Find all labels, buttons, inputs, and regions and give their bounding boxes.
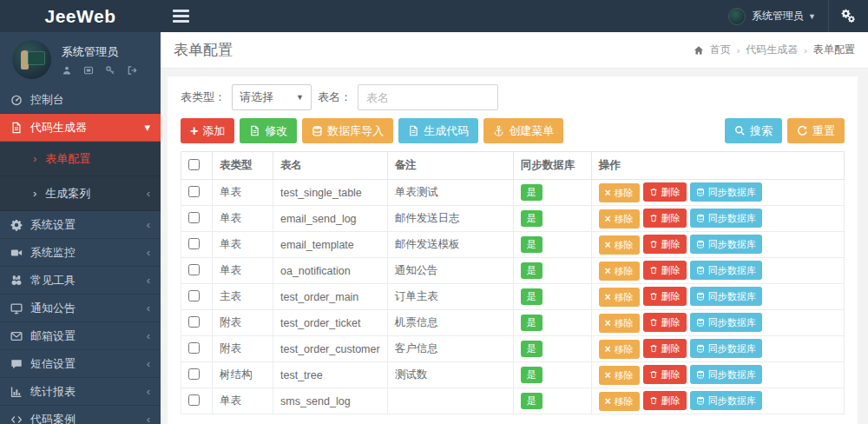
generate-code-button[interactable]: 生成代码 xyxy=(398,118,478,143)
settings-cogs-icon[interactable] xyxy=(841,9,856,23)
delete-button[interactable]: 删除 xyxy=(643,182,687,202)
logout-icon[interactable] xyxy=(127,65,137,76)
remove-button[interactable]: × 移除 xyxy=(599,392,640,411)
dashboard-icon xyxy=(10,94,23,106)
file-icon xyxy=(408,125,419,136)
sync-database-button[interactable]: 同步数据库 xyxy=(690,339,762,358)
delete-button[interactable]: 删除 xyxy=(643,209,687,228)
row-checkbox[interactable] xyxy=(188,264,200,275)
user-icon[interactable] xyxy=(62,65,72,76)
anchor-icon xyxy=(493,125,504,136)
edit-button[interactable]: 修改 xyxy=(240,118,297,143)
sync-database-button[interactable]: 同步数据库 xyxy=(690,182,762,202)
sidebar-item-notices[interactable]: 通知公告 ‹ xyxy=(0,295,161,322)
cell-remark: 邮件发送日志 xyxy=(387,206,513,232)
db-import-button[interactable]: 数据库导入 xyxy=(302,118,393,143)
delete-button[interactable]: 删除 xyxy=(643,339,687,358)
topbar: 系统管理员 ▼ xyxy=(161,0,868,32)
delete-button[interactable]: 删除 xyxy=(643,287,687,306)
delete-button[interactable]: 删除 xyxy=(643,235,687,254)
select-all-checkbox[interactable] xyxy=(188,159,200,170)
sync-database-button[interactable]: 同步数据库 xyxy=(690,235,762,254)
sync-database-button[interactable]: 同步数据库 xyxy=(690,365,762,384)
sidebar-item-code-generator[interactable]: 代码生成器 ▾ xyxy=(0,114,161,142)
topbar-avatar[interactable] xyxy=(728,8,746,25)
sidebar-item-dashboard[interactable]: 控制台 xyxy=(0,86,161,114)
topbar-user-menu[interactable]: 系统管理员 ▼ xyxy=(752,9,816,23)
sidebar-item-system-settings[interactable]: 系统设置 ‹ xyxy=(0,211,161,239)
remove-button[interactable]: × 移除 xyxy=(599,262,640,281)
sidebar-item-reports[interactable]: 统计报表 ‹ xyxy=(0,378,161,406)
row-checkbox[interactable] xyxy=(188,186,200,197)
chevron-left-icon: ‹ xyxy=(147,358,150,369)
table-type-label: 表类型： xyxy=(181,89,226,105)
sidebar-item-sms-settings[interactable]: 短信设置 ‹ xyxy=(0,350,161,378)
sidebar-item-mail-settings[interactable]: 邮箱设置 ‹ xyxy=(0,322,161,350)
message-icon[interactable] xyxy=(83,65,94,76)
x-icon: × xyxy=(605,266,611,276)
cell-table-name: test_order_main xyxy=(273,284,388,310)
sidebar-item-code-examples[interactable]: 代码案例 ‹ xyxy=(0,406,161,424)
sidebar-item-system-monitor[interactable]: 系统监控 ‹ xyxy=(0,239,161,267)
row-checkbox[interactable] xyxy=(188,212,200,223)
sync-database-button[interactable]: 同步数据库 xyxy=(690,261,762,280)
sidebar-user-panel: 系统管理员 xyxy=(0,32,161,86)
x-icon: × xyxy=(605,188,611,198)
cell-remark: 订单主表 xyxy=(387,284,513,310)
sync-database-button[interactable]: 同步数据库 xyxy=(690,313,762,332)
cell-table-type: 单表 xyxy=(213,258,273,284)
sync-database-button[interactable]: 同步数据库 xyxy=(690,287,762,306)
delete-button[interactable]: 删除 xyxy=(643,313,687,332)
remove-button[interactable]: × 移除 xyxy=(599,235,640,255)
header-table-name: 表名 xyxy=(273,152,388,180)
row-checkbox[interactable] xyxy=(188,368,200,380)
table-name-label: 表名： xyxy=(318,89,352,105)
cell-remark: 邮件发送模板 xyxy=(387,232,513,258)
row-checkbox[interactable] xyxy=(188,238,200,249)
table-name-input[interactable] xyxy=(358,84,498,110)
delete-button[interactable]: 删除 xyxy=(643,391,687,410)
sync-database-button[interactable]: 同步数据库 xyxy=(690,391,762,410)
table-row: 树结构 test_tree 测试数 是 × 移除 删除 同步数据库 xyxy=(181,362,845,388)
remove-button[interactable]: × 移除 xyxy=(599,209,640,229)
key-icon[interactable] xyxy=(105,65,115,76)
remove-button[interactable]: × 移除 xyxy=(599,340,640,359)
create-menu-button[interactable]: 创建菜单 xyxy=(483,118,563,143)
page-title: 表单配置 xyxy=(174,40,233,60)
video-camera-icon xyxy=(10,247,23,259)
table-header-row: 表类型 表名 备注 同步数据库 操作 xyxy=(181,152,845,180)
row-checkbox[interactable] xyxy=(188,394,200,406)
reset-button[interactable]: 重置 xyxy=(787,118,845,143)
database-icon xyxy=(696,318,705,327)
sidebar-subitem-gen-cases[interactable]: › 生成案列 ‹ xyxy=(0,176,161,211)
chevron-left-icon: ‹ xyxy=(147,275,150,286)
remove-button[interactable]: × 移除 xyxy=(599,366,640,385)
table-body: 单表 test_single_table 单表测试 是 × 移除 删除 同步数据… xyxy=(181,180,845,414)
search-button[interactable]: 搜索 xyxy=(725,118,782,143)
breadcrumb-home[interactable]: 首页 xyxy=(710,43,731,57)
row-checkbox[interactable] xyxy=(188,342,200,354)
user-avatar[interactable] xyxy=(12,40,51,79)
database-icon xyxy=(696,188,705,196)
delete-button[interactable]: 删除 xyxy=(643,365,687,384)
row-checkbox[interactable] xyxy=(188,290,200,301)
hamburger-menu-icon[interactable] xyxy=(173,10,189,23)
chevron-right-icon: › xyxy=(33,187,36,200)
add-button[interactable]: + 添加 xyxy=(181,118,234,143)
chevron-left-icon: ‹ xyxy=(147,247,150,258)
breadcrumb-code-generator[interactable]: 代码生成器 xyxy=(746,43,798,57)
table-type-select[interactable]: 请选择 ▼ xyxy=(232,84,312,110)
titlebar: 表单配置 首页 › 代码生成器 › 表单配置 xyxy=(161,32,868,69)
row-checkbox[interactable] xyxy=(188,316,200,328)
breadcrumb-current: 表单配置 xyxy=(813,43,855,57)
cell-table-type: 单表 xyxy=(213,180,273,206)
sync-database-button[interactable]: 同步数据库 xyxy=(690,209,762,228)
remove-button[interactable]: × 移除 xyxy=(599,288,640,307)
remove-button[interactable]: × 移除 xyxy=(599,183,640,202)
sidebar-subitem-form-config[interactable]: › 表单配置 xyxy=(0,142,161,176)
sidebar-item-common-tools[interactable]: 常见工具 ‹ xyxy=(0,267,161,295)
refresh-icon xyxy=(797,125,808,136)
delete-button[interactable]: 删除 xyxy=(643,261,687,280)
cell-table-type: 树结构 xyxy=(213,362,273,388)
remove-button[interactable]: × 移除 xyxy=(599,314,640,333)
